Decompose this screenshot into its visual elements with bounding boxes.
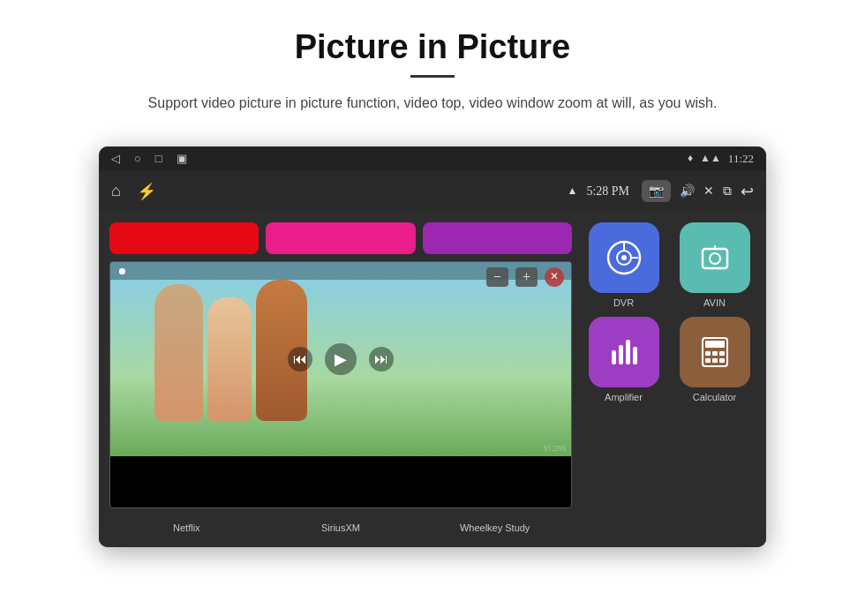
svg-rect-11 xyxy=(633,347,637,364)
app-icon-grid: DVR AVIN xyxy=(583,222,756,402)
dvr-icon xyxy=(605,238,643,277)
top-app-row xyxy=(109,222,572,254)
pip-container[interactable]: − + ✕ xyxy=(109,261,572,508)
camera-button[interactable]: 📷 xyxy=(642,180,671,202)
avin-label: AVIN xyxy=(703,297,726,308)
status-right: ♦ ▲▲ 11:22 xyxy=(688,152,754,166)
status-bar: ◁ ○ □ ▣ ♦ ▲▲ 11:22 xyxy=(99,146,766,171)
pip-icon[interactable]: ⧉ xyxy=(723,184,732,199)
usb-icon: ⚡ xyxy=(137,182,156,201)
pip-resize-bar: − + ✕ xyxy=(479,267,571,287)
page-subtitle: Support video picture in picture functio… xyxy=(124,92,741,115)
svg-rect-14 xyxy=(705,351,711,356)
svg-rect-19 xyxy=(719,358,725,363)
netflix-button[interactable] xyxy=(109,222,259,254)
bottom-labels: Netflix SiriusXM Wheelkey Study xyxy=(109,515,572,537)
pip-plus-button[interactable]: + xyxy=(515,267,538,287)
svg-rect-9 xyxy=(619,345,623,364)
pip-close-button[interactable]: ✕ xyxy=(545,267,564,287)
svg-rect-8 xyxy=(612,350,616,364)
volume-icon[interactable]: 🔊 xyxy=(680,184,695,199)
location-icon: ♦ xyxy=(688,152,693,165)
svg-rect-15 xyxy=(712,351,718,356)
sirius-button[interactable] xyxy=(266,222,415,254)
pip-controls-overlay: ⏮ ▶ ⏭ xyxy=(288,343,394,375)
watermark: YC299 xyxy=(543,444,566,453)
app-bar-right: ▲ 5:28 PM 📷 🔊 ✕ ⧉ ↩ xyxy=(567,180,754,202)
app-item-calculator[interactable]: Calculator xyxy=(673,317,756,402)
close-icon[interactable]: ✕ xyxy=(703,184,714,199)
pip-minus-button[interactable]: − xyxy=(486,267,508,287)
svg-rect-17 xyxy=(705,358,711,363)
home-app-icon[interactable]: ⌂ xyxy=(111,182,121,200)
calculator-icon xyxy=(696,333,734,372)
app-bar-left: ⌂ ⚡ xyxy=(111,182,156,201)
pip-video: ⏮ ▶ ⏭ ⏺ YC299 xyxy=(110,262,571,456)
amplifier-icon xyxy=(605,333,643,372)
play-button[interactable]: ▶ xyxy=(325,343,357,375)
wifi-app-icon: ▲ xyxy=(567,184,577,198)
app-item-avin[interactable]: AVIN xyxy=(673,222,756,308)
app-bar: ⌂ ⚡ ▲ 5:28 PM 📷 🔊 ✕ ⧉ ↩ xyxy=(99,171,766,212)
app-item-amplifier[interactable]: Amplifier xyxy=(583,317,665,402)
amplifier-icon-box xyxy=(589,317,659,387)
right-section: DVR AVIN xyxy=(583,222,756,537)
back-nav-icon[interactable]: ↩ xyxy=(741,182,754,201)
label-sirius: SiriusXM xyxy=(297,522,385,533)
avin-icon xyxy=(696,238,734,277)
avin-icon-box xyxy=(680,222,750,293)
home-icon[interactable]: ○ xyxy=(134,152,141,166)
svg-rect-16 xyxy=(719,351,725,356)
label-wheelkey: Wheelkey Study xyxy=(451,522,539,533)
wheelkey-button[interactable] xyxy=(423,222,572,254)
svg-rect-10 xyxy=(626,340,630,364)
label-netflix: Netflix xyxy=(142,522,230,533)
dvr-icon-box xyxy=(589,222,659,293)
svg-point-2 xyxy=(621,255,627,260)
calculator-icon-box xyxy=(680,317,750,387)
person-1 xyxy=(154,284,203,421)
svg-point-6 xyxy=(710,253,720,264)
calculator-label: Calculator xyxy=(693,392,737,402)
screenshot-icon: ▣ xyxy=(177,152,187,166)
svg-rect-13 xyxy=(705,341,725,348)
prev-button[interactable]: ⏮ xyxy=(288,347,312,372)
main-content: − + ✕ xyxy=(99,212,766,547)
person-2 xyxy=(207,297,252,421)
dvr-label: DVR xyxy=(613,297,634,308)
title-divider xyxy=(410,75,455,78)
svg-rect-18 xyxy=(712,358,718,363)
app-item-dvr[interactable]: DVR xyxy=(583,222,665,308)
left-section: − + ✕ xyxy=(109,222,572,537)
recents-icon[interactable]: □ xyxy=(155,152,162,166)
page-header: Picture in Picture Support video picture… xyxy=(0,0,865,131)
amplifier-label: Amplifier xyxy=(605,392,643,402)
device-frame: ◁ ○ □ ▣ ♦ ▲▲ 11:22 ⌂ ⚡ ▲ 5:28 PM 📷 🔊 ✕ ⧉… xyxy=(99,146,766,547)
record-icon: ⏺ xyxy=(117,266,127,276)
back-icon[interactable]: ◁ xyxy=(111,152,120,166)
status-left: ◁ ○ □ ▣ xyxy=(111,152,187,166)
status-time: 11:22 xyxy=(728,152,754,166)
page-title: Picture in Picture xyxy=(53,28,812,66)
svg-rect-5 xyxy=(703,249,727,268)
wifi-icon: ▲▲ xyxy=(700,152,721,165)
next-button[interactable]: ⏭ xyxy=(369,347,394,372)
app-bar-time: 5:28 PM xyxy=(586,184,629,199)
